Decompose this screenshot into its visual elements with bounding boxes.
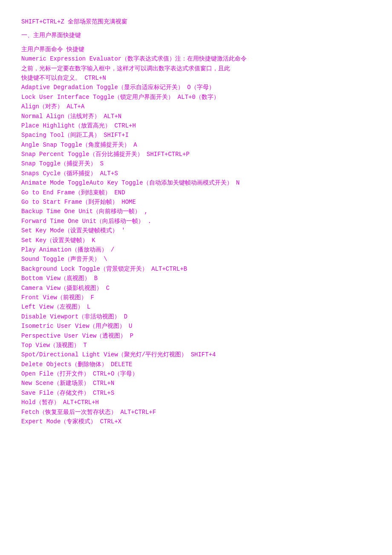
line22: Set Key Mode（设置关键帧模式） ' xyxy=(21,226,371,235)
line40: Hold（暂存） ALT+CTRL+H xyxy=(21,398,371,407)
line21: Forward Time One Unit（向后移动一帧） . xyxy=(21,217,371,226)
line31: Disable Viewport（非活动视图） D xyxy=(21,312,371,321)
line9: Align（对齐） ALT+A xyxy=(21,102,371,111)
line24: Play Animation（播放动画） / xyxy=(21,245,371,254)
line11: Place Highlight（放置高光） CTRL+H xyxy=(21,121,371,130)
spacer-3 xyxy=(21,40,371,45)
line16: Snaps Cycle（循环捕捉） ALT+S xyxy=(21,169,371,178)
line32: Isometric User View（用户视图） U xyxy=(21,321,371,331)
line14: Snap Percent Toggle（百分比捕捉开关） SHIFT+CTRL+… xyxy=(21,150,371,159)
line1: SHIFT+CTRL+Z 全部场景范围充满视窗 xyxy=(21,17,371,26)
main-content: SHIFT+CTRL+Z 全部场景范围充满视窗一、主用户界面快捷键主用户界面命令… xyxy=(21,17,371,426)
line28: Camera View（摄影机视图） C xyxy=(21,283,371,293)
line33: Perspective User View（透视图） P xyxy=(21,331,371,341)
line2: 一、主用户界面快捷键 xyxy=(21,31,371,40)
line3: 主用户界面命令 快捷键 xyxy=(21,45,371,54)
line5: 之前，光标一定要在数字输入框中，这样才可以调出数字表达式求值窗口，且此 xyxy=(21,64,371,73)
line38: New Scene（新建场景） CTRL+N xyxy=(21,379,371,388)
line18: Go to End Frame（到结束帧） END xyxy=(21,188,371,197)
line15: Snap Toggle（捕捉开关） S xyxy=(21,159,371,168)
line34: Top View（顶视图） T xyxy=(21,341,371,350)
line37: Open File（打开文件） CTRL+O（字母） xyxy=(21,369,371,379)
line4: Numeric Expression Evaluator（数字表达式求值）注：在… xyxy=(21,54,371,64)
spacer-1 xyxy=(21,26,371,31)
line19: Go to Start Frame（到开始帧） HOME xyxy=(21,197,371,207)
line42: Expert Mode（专家模式） CTRL+X xyxy=(21,417,371,426)
line10: Normal Align（法线对齐） ALT+N xyxy=(21,112,371,121)
line17: Animate Mode ToggleAuto Key Toggle（自动添加关… xyxy=(21,178,371,188)
line30: Left View（左视图） L xyxy=(21,302,371,312)
line39: Save File（存储文件） CTRL+S xyxy=(21,388,371,398)
line6: 快捷键不可以自定义。 CTRL+N xyxy=(21,73,371,83)
line41: Fetch（恢复至最后一次暂存状态） ALT+CTRL+F xyxy=(21,408,371,417)
line35: Spot/Directional Light View（聚光灯/平行光灯视图） … xyxy=(21,350,371,359)
line26: Background Lock Toggle（背景锁定开关） ALT+CTRL+… xyxy=(21,264,371,274)
line13: Angle Snap Toggle（角度捕捉开关） A xyxy=(21,140,371,150)
line36: Delete Objects（删除物体） DELETE xyxy=(21,360,371,369)
line8: Lock User Interface Toggle（锁定用户界面开关） ALT… xyxy=(21,92,371,102)
line20: Backup Time One Unit（向前移动一帧） , xyxy=(21,207,371,216)
line12: Spacing Tool（间距工具） SHIFT+I xyxy=(21,130,371,140)
line23: Set Key（设置关键帧） K xyxy=(21,236,371,245)
line7: Adaptive Degradation Toggle（显示自适应标记开关） O… xyxy=(21,83,371,92)
line29: Front View（前视图） F xyxy=(21,293,371,302)
line25: Sound Toggle（声音开关） \ xyxy=(21,254,371,264)
line27: Bottom View（底视图） B xyxy=(21,274,371,283)
